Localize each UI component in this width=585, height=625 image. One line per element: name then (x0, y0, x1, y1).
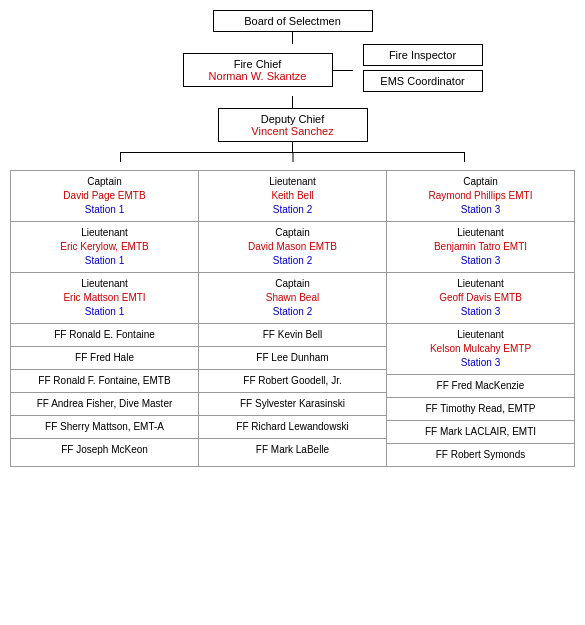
col2-cell-3: Captain Shawn Beal Station 2 (199, 273, 386, 324)
c3r8-ff: FF Robert Symonds (393, 448, 568, 462)
branch-container (38, 152, 547, 162)
col1-cell-9: FF Joseph McKeon (11, 439, 198, 461)
connector-2 (292, 96, 293, 108)
side-boxes: Fire Inspector EMS Coordinator (363, 44, 483, 96)
c2r9-ff: FF Mark LaBelle (205, 443, 380, 457)
c2r2-line1: Captain (205, 226, 380, 240)
deputy-box: Deputy Chief Vincent Sanchez (218, 108, 368, 142)
deputy-name: Vincent Sanchez (227, 125, 359, 137)
c3r1-station: Station 3 (393, 203, 568, 217)
column-2: Lieutenant Keith Bell Station 2 Captain … (199, 171, 387, 466)
org-chart: Board of Selectmen Fire Chief Norman W. … (10, 10, 575, 467)
c2r1-line1: Lieutenant (205, 175, 380, 189)
c2r2-name: David Mason EMTB (205, 240, 380, 254)
c2r4-ff: FF Kevin Bell (205, 328, 380, 342)
c1r8-ff: FF Sherry Mattson, EMT-A (17, 420, 192, 434)
c1r2-station: Station 1 (17, 254, 192, 268)
c3r2-station: Station 3 (393, 254, 568, 268)
c2r2-station: Station 2 (205, 254, 380, 268)
col1-cell-8: FF Sherry Mattson, EMT-A (11, 416, 198, 439)
connector-1 (292, 32, 293, 44)
col2-cell-4: FF Kevin Bell (199, 324, 386, 347)
col3-cell-1: Captain Raymond Phillips EMTI Station 3 (387, 171, 574, 222)
c1r1-station: Station 1 (17, 203, 192, 217)
col2-cell-8: FF Richard Lewandowski (199, 416, 386, 439)
col3-cell-8: FF Robert Symonds (387, 444, 574, 466)
h-line (333, 70, 353, 71)
col2-cell-5: FF Lee Dunham (199, 347, 386, 370)
c2r1-name: Keith Bell (205, 189, 380, 203)
c1r2-line1: Lieutenant (17, 226, 192, 240)
c3r4-station: Station 3 (393, 356, 568, 370)
c1r2-name: Eric Kerylow, EMTB (17, 240, 192, 254)
c1r1-line1: Captain (17, 175, 192, 189)
col3-cell-7: FF Mark LACLAIR, EMTI (387, 421, 574, 444)
c3r6-ff: FF Timothy Read, EMTP (393, 402, 568, 416)
col1-cell-6: FF Ronald F. Fontaine, EMTB (11, 370, 198, 393)
col2-cell-9: FF Mark LaBelle (199, 439, 386, 461)
c3r2-line1: Lieutenant (393, 226, 568, 240)
col2-cell-2: Captain David Mason EMTB Station 2 (199, 222, 386, 273)
col1-cell-2: Lieutenant Eric Kerylow, EMTB Station 1 (11, 222, 198, 273)
column-3: Captain Raymond Phillips EMTI Station 3 … (387, 171, 574, 466)
col3-cell-6: FF Timothy Read, EMTP (387, 398, 574, 421)
col3-cell-5: FF Fred MacKenzie (387, 375, 574, 398)
c2r3-line1: Captain (205, 277, 380, 291)
c2r7-ff: FF Sylvester Karasinski (205, 397, 380, 411)
c2r8-ff: FF Richard Lewandowski (205, 420, 380, 434)
fire-inspector-box: Fire Inspector (363, 44, 483, 66)
col3-cell-4: Lieutenant Kelson Mulcahy EMTP Station 3 (387, 324, 574, 375)
c3r5-ff: FF Fred MacKenzie (393, 379, 568, 393)
c3r2-name: Benjamin Tatro EMTI (393, 240, 568, 254)
fire-inspector-label: Fire Inspector (389, 49, 456, 61)
c3r7-ff: FF Mark LACLAIR, EMTI (393, 425, 568, 439)
c3r3-line1: Lieutenant (393, 277, 568, 291)
c3r3-name: Geoff Davis EMTB (393, 291, 568, 305)
chief-row: Fire Chief Norman W. Skantze Fire Inspec… (10, 44, 575, 96)
c1r7-ff: FF Andrea Fisher, Dive Master (17, 397, 192, 411)
col2-cell-7: FF Sylvester Karasinski (199, 393, 386, 416)
ems-coordinator-label: EMS Coordinator (380, 75, 464, 87)
chief-name: Norman W. Skantze (192, 70, 324, 82)
c3r4-line1: Lieutenant (393, 328, 568, 342)
center-branch (292, 152, 293, 162)
c1r5-ff: FF Fred Hale (17, 351, 192, 365)
right-branch (464, 152, 465, 162)
c1r3-station: Station 1 (17, 305, 192, 319)
c2r3-station: Station 2 (205, 305, 380, 319)
col1-cell-7: FF Andrea Fisher, Dive Master (11, 393, 198, 416)
c2r1-station: Station 2 (205, 203, 380, 217)
c3r1-line1: Captain (393, 175, 568, 189)
col1-cell-5: FF Fred Hale (11, 347, 198, 370)
c2r3-name: Shawn Beal (205, 291, 380, 305)
col2-cell-1: Lieutenant Keith Bell Station 2 (199, 171, 386, 222)
col3-cell-2: Lieutenant Benjamin Tatro EMTI Station 3 (387, 222, 574, 273)
c2r5-ff: FF Lee Dunham (205, 351, 380, 365)
ems-coordinator-box: EMS Coordinator (363, 70, 483, 92)
col1-cell-4: FF Ronald E. Fontaine (11, 324, 198, 347)
side-connector: Fire Inspector EMS Coordinator (333, 44, 483, 96)
c1r6-ff: FF Ronald F. Fontaine, EMTB (17, 374, 192, 388)
columns-section: Captain David Page EMTB Station 1 Lieute… (10, 170, 575, 467)
c3r3-station: Station 3 (393, 305, 568, 319)
c3r4-name: Kelson Mulcahy EMTP (393, 342, 568, 356)
c1r3-line1: Lieutenant (17, 277, 192, 291)
deputy-title: Deputy Chief (227, 113, 359, 125)
chief-box: Fire Chief Norman W. Skantze (183, 53, 333, 87)
c1r3-name: Eric Mattson EMTI (17, 291, 192, 305)
c3r1-name: Raymond Phillips EMTI (393, 189, 568, 203)
c1r4-ff: FF Ronald E. Fontaine (17, 328, 192, 342)
col1-cell-3: Lieutenant Eric Mattson EMTI Station 1 (11, 273, 198, 324)
c1r9-ff: FF Joseph McKeon (17, 443, 192, 457)
c1r1-name: David Page EMTB (17, 189, 192, 203)
column-1: Captain David Page EMTB Station 1 Lieute… (11, 171, 199, 466)
col2-cell-6: FF Robert Goodell, Jr. (199, 370, 386, 393)
col3-cell-3: Lieutenant Geoff Davis EMTB Station 3 (387, 273, 574, 324)
board-label: Board of Selectmen (244, 15, 341, 27)
chief-center: Fire Chief Norman W. Skantze (183, 53, 333, 87)
chief-title: Fire Chief (192, 58, 324, 70)
col1-cell-1: Captain David Page EMTB Station 1 (11, 171, 198, 222)
left-branch (120, 152, 121, 162)
connector-3 (292, 142, 293, 152)
c2r6-ff: FF Robert Goodell, Jr. (205, 374, 380, 388)
